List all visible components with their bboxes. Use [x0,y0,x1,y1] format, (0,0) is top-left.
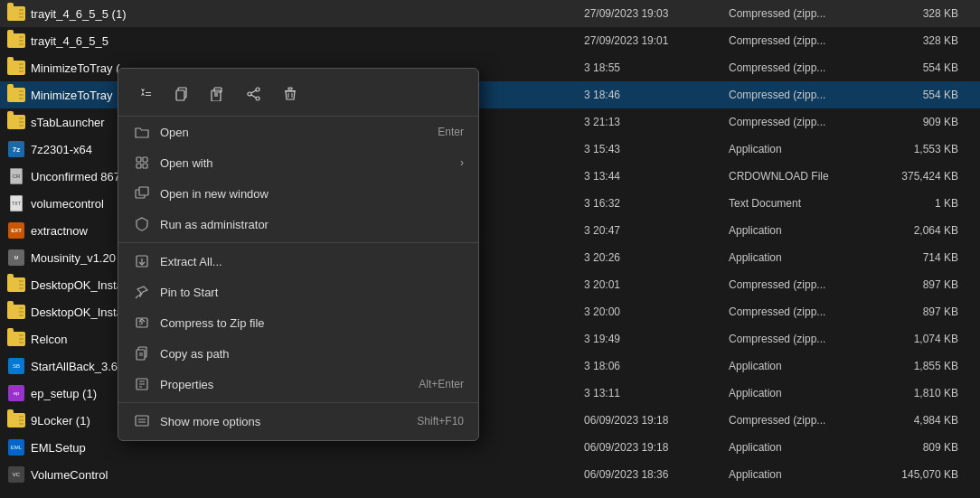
file-icon: TXT [7,194,25,212]
file-date: 3 18:46 [584,89,729,101]
file-size: 554 KB [891,61,973,74]
file-size: 145,070 KB [891,468,973,481]
file-size: 909 KB [891,116,973,128]
svg-line-23 [136,296,138,298]
svg-rect-18 [143,164,147,168]
svg-rect-35 [136,416,148,426]
svg-line-9 [251,90,256,93]
file-name: trayit_4_6_5_5 (1) [31,7,584,21]
file-size: 554 KB [891,89,973,101]
ctx-open[interactable]: Open Enter [118,117,478,147]
separator-2 [118,402,478,403]
context-menu: Open Enter Open with › Open in new windo… [118,68,479,441]
file-icon: 7z [7,140,25,158]
ctx-show-more[interactable]: Show more options Shift+F10 [118,406,478,437]
file-size: 1,810 KB [891,387,973,399]
file-type: Compressed (zipp... [729,116,891,128]
ctx-open-new-window-label: Open in new window [160,187,464,201]
file-size: 897 KB [891,305,973,318]
file-type: Application [729,251,891,264]
file-icon [7,303,25,321]
folder-open-icon [133,123,151,141]
ctx-run-admin[interactable]: Run as administrator [118,209,478,240]
cut-button[interactable] [129,78,162,110]
file-type: CRDOWNLOAD File [729,170,891,183]
file-row[interactable]: trayit_4_6_5_5 (1) 27/09/2023 19:03 Comp… [0,0,980,27]
file-icon [7,411,25,429]
pin-icon [133,283,151,301]
ctx-extract[interactable]: Extract All... [118,246,478,277]
file-icon [7,5,25,23]
file-type: Compressed (zipp... [729,278,891,291]
file-date: 3 20:01 [584,278,729,291]
file-size: 897 KB [891,278,973,291]
file-icon: SB [7,357,25,375]
new-window-icon [133,184,151,202]
svg-point-7 [256,97,259,100]
svg-rect-17 [137,164,141,168]
file-name: VolumeControl [31,468,584,482]
file-icon [7,86,25,104]
file-date: 27/09/2023 19:01 [584,34,729,47]
file-type: Text Document [729,197,891,210]
open-with-icon [133,154,151,172]
ctx-open-with[interactable]: Open with › [118,147,478,178]
copy-path-icon [133,344,151,362]
ctx-copy-path-label: Copy as path [160,347,464,361]
ctx-show-more-shortcut: Shift+F10 [417,415,464,428]
file-type: Compressed (zipp... [729,61,891,74]
ctx-properties[interactable]: Properties Alt+Enter [118,369,478,399]
file-size: 1,553 KB [891,143,973,155]
context-toolbar [118,72,478,117]
copy-button[interactable] [165,78,198,110]
file-type: Compressed (zipp... [729,7,891,20]
ctx-show-more-label: Show more options [160,415,417,428]
extract-icon [133,252,151,270]
delete-button[interactable] [274,78,306,110]
file-row[interactable]: VC VolumeControl 06/09/2023 18:36 Applic… [0,461,980,488]
paste-button[interactable] [202,78,234,110]
svg-line-10 [251,95,256,98]
ctx-compress-zip[interactable]: Compress to Zip file [118,307,478,338]
file-type: Compressed (zipp... [729,333,891,345]
file-date: 06/09/2023 18:36 [584,468,729,481]
svg-point-6 [256,88,259,91]
svg-rect-16 [143,157,147,162]
file-size: 1,074 KB [891,333,973,345]
file-date: 3 18:06 [584,360,729,372]
file-icon [7,32,25,50]
properties-icon [133,375,151,393]
file-icon [7,113,25,131]
file-date: 3 20:00 [584,305,729,318]
arrow-icon: › [460,156,464,169]
file-icon: CR [7,167,25,185]
ctx-extract-label: Extract All... [160,255,464,268]
file-size: 714 KB [891,251,973,264]
ctx-run-admin-label: Run as administrator [160,218,464,231]
ctx-open-new-window[interactable]: Open in new window [118,178,478,209]
file-icon: EML [7,438,25,456]
ctx-copy-path[interactable]: Copy as path [118,338,478,369]
file-size: 4,984 KB [891,414,973,427]
file-size: 1 KB [891,197,973,210]
ctx-open-with-label: Open with [160,156,460,170]
file-name: trayit_4_6_5_5 [31,34,584,48]
ctx-open-label: Open [160,126,438,139]
file-date: 27/09/2023 19:03 [584,7,729,20]
shield-icon [133,215,151,233]
file-size: 328 KB [891,34,973,47]
file-type: Application [729,468,891,481]
svg-rect-12 [288,88,292,89]
ctx-pin-start[interactable]: Pin to Start [118,277,478,307]
file-date: 3 19:49 [584,333,729,345]
file-date: 3 21:13 [584,116,729,128]
svg-point-8 [248,92,251,96]
file-date: 3 13:44 [584,170,729,183]
file-row[interactable]: trayit_4_6_5_5 27/09/2023 19:01 Compress… [0,27,980,54]
file-icon: M [7,249,25,267]
share-button[interactable] [238,78,270,110]
file-type: Compressed (zipp... [729,414,891,427]
file-type: Compressed (zipp... [729,89,891,101]
svg-rect-20 [139,187,148,195]
file-date: 3 15:43 [584,143,729,155]
